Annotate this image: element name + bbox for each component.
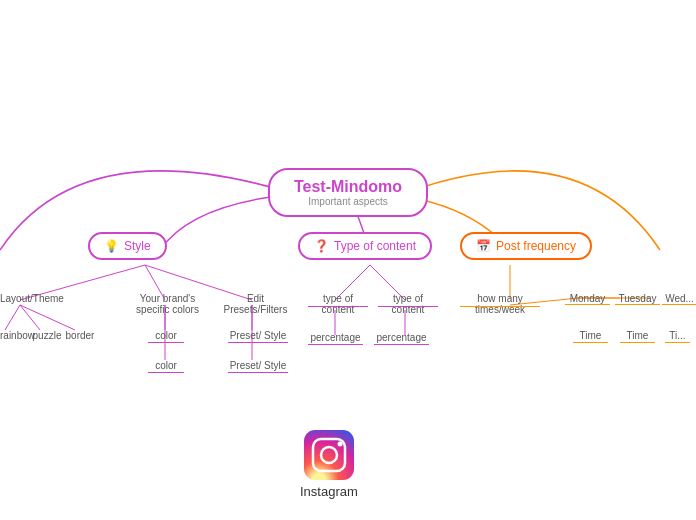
root-title: Test-Mindomo bbox=[294, 178, 402, 196]
time-underline-3 bbox=[665, 342, 690, 343]
color-underline-1 bbox=[148, 342, 184, 343]
frequency-node[interactable]: 📅 Post frequency bbox=[460, 232, 592, 260]
content-icon: ❓ bbox=[314, 239, 329, 253]
style-icon: 💡 bbox=[104, 239, 119, 253]
color-leaf-1: color bbox=[148, 330, 184, 341]
time-underline-2 bbox=[620, 342, 655, 343]
svg-rect-19 bbox=[304, 430, 354, 480]
instagram-icon bbox=[304, 430, 354, 480]
content-label: Type of content bbox=[334, 239, 416, 253]
style-node[interactable]: 💡 Style bbox=[88, 232, 167, 260]
filter-leaf-2: Preset/ Style bbox=[228, 360, 288, 371]
time-leaf-3: Ti... bbox=[665, 330, 690, 341]
color-leaf-2: color bbox=[148, 360, 184, 371]
frequency-underline bbox=[460, 306, 540, 307]
frequency-child: how many times/week bbox=[460, 293, 540, 315]
filter-underline-1 bbox=[228, 342, 288, 343]
percentage-leaf-1: percentage bbox=[308, 332, 363, 343]
content-child-underline-1 bbox=[308, 306, 368, 307]
filter-underline-2 bbox=[228, 372, 288, 373]
filter-leaf-1: Preset/ Style bbox=[228, 330, 288, 341]
percentage-underline-2 bbox=[374, 344, 429, 345]
puzzle-leaf: puzzle bbox=[32, 330, 62, 341]
frequency-label: Post frequency bbox=[496, 239, 576, 253]
wed-leaf: Wed... bbox=[662, 293, 696, 304]
svg-line-4 bbox=[20, 305, 40, 330]
content-node[interactable]: ❓ Type of content bbox=[298, 232, 432, 260]
root-node[interactable]: Test-Mindomo Important aspects bbox=[268, 168, 428, 217]
monday-underline bbox=[565, 304, 610, 305]
svg-line-5 bbox=[20, 305, 75, 330]
color-underline-2 bbox=[148, 372, 184, 373]
percentage-leaf-2: percentage bbox=[374, 332, 429, 343]
tuesday-leaf: Tuesday bbox=[615, 293, 660, 304]
tuesday-underline bbox=[615, 304, 660, 305]
rainbow-leaf: rainbow bbox=[0, 330, 30, 341]
mind-map-canvas: Test-Mindomo Important aspects 💡 Style ❓… bbox=[0, 0, 696, 520]
percentage-underline-1 bbox=[308, 344, 363, 345]
root-subtitle: Important aspects bbox=[308, 196, 387, 207]
time-underline-1 bbox=[573, 342, 608, 343]
time-leaf-2: Time bbox=[620, 330, 655, 341]
content-child-underline-2 bbox=[378, 306, 438, 307]
layout-label: Layout/Theme bbox=[0, 293, 60, 304]
time-leaf-1: Time bbox=[573, 330, 608, 341]
instagram-container: Instagram bbox=[300, 430, 358, 499]
wed-underline bbox=[662, 304, 696, 305]
content-child-1: type of content bbox=[308, 293, 368, 315]
border-leaf: border bbox=[65, 330, 95, 341]
content-child-2: type of content bbox=[378, 293, 438, 315]
monday-leaf: Monday bbox=[565, 293, 610, 304]
colors-label: Your brand's specific colors bbox=[130, 293, 205, 315]
svg-line-3 bbox=[5, 305, 20, 330]
instagram-label: Instagram bbox=[300, 484, 358, 499]
frequency-icon: 📅 bbox=[476, 239, 491, 253]
filters-label: Edit Presets/Filters bbox=[218, 293, 293, 315]
style-label: Style bbox=[124, 239, 151, 253]
svg-point-22 bbox=[337, 442, 342, 447]
